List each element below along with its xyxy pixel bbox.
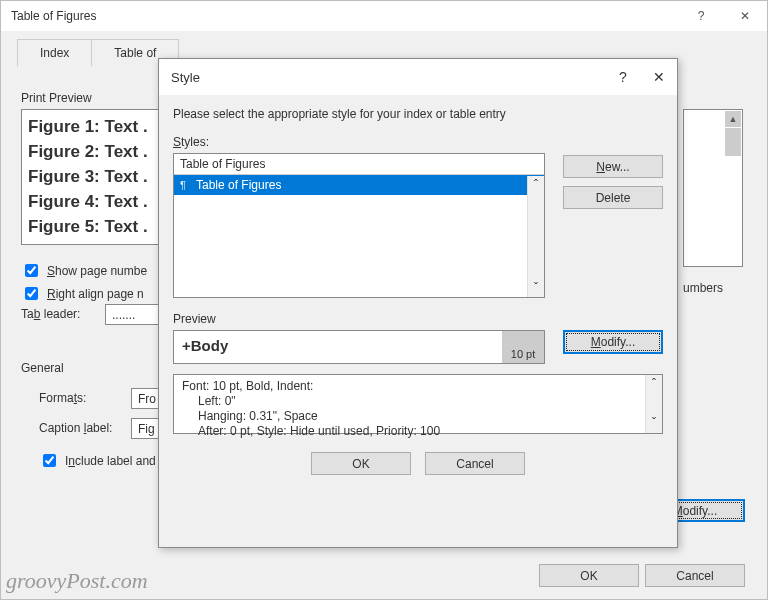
caption-label-label: Caption label: bbox=[39, 421, 112, 435]
show-page-numbers-input[interactable] bbox=[25, 264, 38, 277]
preview-font: +Body bbox=[174, 331, 502, 363]
style-title: Style bbox=[171, 70, 605, 85]
outer-ok-button[interactable]: OK bbox=[539, 564, 639, 587]
styles-list-item-selected[interactable]: ¶ Table of Figures bbox=[174, 175, 544, 195]
style-instruction: Please select the appropriate style for … bbox=[173, 107, 663, 121]
include-label-input[interactable] bbox=[43, 454, 56, 467]
paragraph-icon: ¶ bbox=[180, 179, 192, 191]
styles-label: Styles: bbox=[173, 135, 209, 149]
preview-row: Figure 1: Text . bbox=[28, 114, 154, 139]
scroll-up-icon[interactable]: ˆ bbox=[652, 377, 656, 392]
tab-index[interactable]: Index bbox=[17, 39, 92, 66]
caption-label-select[interactable]: Fig bbox=[131, 418, 161, 439]
print-preview-label: Print Preview bbox=[21, 91, 92, 105]
watermark: groovyPost.com bbox=[6, 568, 148, 594]
style-close-icon[interactable]: ✕ bbox=[641, 59, 677, 95]
scroll-thumb[interactable] bbox=[725, 128, 741, 156]
styles-value: Table of Figures bbox=[174, 154, 544, 175]
preview-row: Figure 3: Text . bbox=[28, 164, 154, 189]
desc-scrollbar[interactable]: ˆˇ bbox=[645, 375, 662, 433]
right-align-input[interactable] bbox=[25, 287, 38, 300]
style-ok-button[interactable]: OK bbox=[311, 452, 411, 475]
style-help-icon[interactable]: ? bbox=[605, 59, 641, 95]
style-cancel-button[interactable]: Cancel bbox=[425, 452, 525, 475]
new-style-button[interactable]: New... bbox=[563, 155, 663, 178]
web-preview-box: ▲ bbox=[683, 109, 743, 267]
general-label: General bbox=[21, 361, 64, 375]
right-align-checkbox[interactable]: Right align page n bbox=[21, 284, 144, 303]
scroll-up-icon[interactable]: ˆ bbox=[534, 178, 538, 192]
style-titlebar: Style ? ✕ bbox=[159, 59, 677, 95]
style-dialog: Style ? ✕ Please select the appropriate … bbox=[158, 58, 678, 548]
close-icon[interactable]: ✕ bbox=[723, 1, 767, 31]
preview-row: Figure 5: Text . bbox=[28, 214, 154, 239]
formats-label: Formats: bbox=[39, 391, 86, 405]
include-label-checkbox[interactable]: Include label and bbox=[39, 451, 156, 470]
tab-leader-label: Tab leader: bbox=[21, 307, 80, 321]
print-preview-box: Figure 1: Text . Figure 2: Text . Figure… bbox=[21, 109, 161, 245]
scroll-down-icon[interactable]: ˇ bbox=[534, 281, 538, 295]
scroll-down-icon[interactable]: ˇ bbox=[652, 416, 656, 431]
styles-listbox[interactable]: Table of Figures ¶ Table of Figures ˆˇ bbox=[173, 153, 545, 298]
help-icon[interactable]: ? bbox=[679, 1, 723, 31]
preview-label: Preview bbox=[173, 312, 216, 326]
outer-title: Table of Figures bbox=[11, 9, 679, 23]
outer-titlebar: Table of Figures ? ✕ bbox=[1, 1, 767, 31]
preview-row: Figure 2: Text . bbox=[28, 139, 154, 164]
style-modify-button[interactable]: Modify... bbox=[563, 330, 663, 354]
preview-box: +Body 10 pt bbox=[173, 330, 545, 364]
style-description: Font: 10 pt, Bold, Indent: Left: 0" Hang… bbox=[173, 374, 663, 434]
formats-select[interactable]: Fro bbox=[131, 388, 161, 409]
outer-cancel-button[interactable]: Cancel bbox=[645, 564, 745, 587]
numbers-fragment: umbers bbox=[683, 281, 723, 295]
tab-leader-select[interactable]: ....... bbox=[105, 304, 161, 325]
style-body: Please select the appropriate style for … bbox=[159, 95, 677, 475]
show-page-numbers-checkbox[interactable]: Show page numbe bbox=[21, 261, 147, 280]
styles-scrollbar[interactable]: ˆˇ bbox=[527, 176, 544, 297]
delete-style-button[interactable]: Delete bbox=[563, 186, 663, 209]
preview-row: Figure 4: Text . bbox=[28, 189, 154, 214]
preview-size: 10 pt bbox=[502, 331, 544, 363]
scroll-up-icon[interactable]: ▲ bbox=[725, 111, 741, 127]
